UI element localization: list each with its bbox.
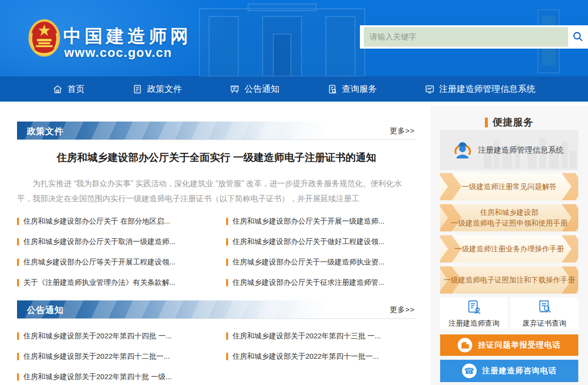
policy-more-link[interactable]: 更多>> [390,126,415,136]
document-magnifier-icon [537,299,552,317]
featured-article-summary: 为扎实推进 “我为群众办实事” 实践活动，深化建筑业 “放管服” 改革，进一步提… [17,176,416,207]
policy-list-item[interactable]: 住房城乡建设部办公厅等关于开展工程建设领... [17,257,208,267]
registration-system-card[interactable]: 注册建造师管理信息系统 [440,130,578,170]
sidebar-title: 便捷服务 [430,116,588,129]
notice-section-title: 公告通知 [27,304,64,316]
policy-list-item[interactable]: 住房和城乡建设部办公厅关于做好工程建设领... [226,236,417,247]
orange-marker [226,259,228,266]
document-person-icon [466,299,482,317]
policy-list-item[interactable]: 住房和城乡建设部办公厅关于开展一级建造师... [226,216,417,227]
site-header: 中国建造师网 www.coc.gov.cn [0,0,588,76]
site-url: www.coc.gov.cn [64,45,172,60]
policy-list-item[interactable]: 住房和城乡建设部办公厅关于取消一级建造师... [17,236,208,247]
background-building-image [190,0,374,76]
nav-item-policy[interactable]: 政策文件 [132,83,182,95]
nav-label: 首页 [67,83,85,95]
orange-marker [17,353,19,360]
search-button[interactable] [568,25,588,49]
search-input[interactable] [364,27,568,47]
orange-title-bar [485,118,488,127]
sidebar-banner-elicense-manual[interactable]: 住房和城乡建设部 一级建造师电子证照申领和使用手册 [440,204,578,231]
notice-list-item[interactable]: 住房和城乡建设部关于2022年第四十四批 一... [17,331,208,341]
page: 中国建造师网 www.coc.gov.cn 首页 [0,0,588,385]
notice-more-link[interactable]: 更多>> [390,305,415,315]
orange-marker [17,218,19,225]
policy-section-title: 政策文件 [27,125,64,137]
policy-list-item[interactable]: 关于《注册建造师执业管理办法》有关条款解... [17,277,208,288]
orange-marker [17,259,19,266]
orange-marker [17,373,19,381]
report-hotline-banner[interactable]: 挂证问题举报受理电话 [440,334,578,356]
sidebar-banner-faq[interactable]: 一级建造师注册常见问题解答 [440,173,578,200]
document-icon [132,84,143,94]
notice-news-list: 住房和城乡建设部关于2022年第四十四批 一... 住房和城乡建设部关于2022… [17,331,417,382]
orange-marker [17,238,19,245]
constructor-query-card[interactable]: 注册建造师查询 [440,298,508,330]
nav-label: 政策文件 [147,83,182,95]
nav-label: 公告通知 [244,83,279,95]
featured-article-headline[interactable]: 住房和城乡建设部办公厅关于全面实行 一级建造师电子注册证书的通知 [17,151,416,164]
discarded-certificate-query-card[interactable]: 废弃证书查询 [511,298,578,330]
consult-hotline-banner[interactable]: ☎ 注册建造师咨询电话 [440,360,578,382]
folder-icon [458,338,472,352]
orange-marker [226,238,228,245]
orange-marker [226,353,228,360]
quick-services-sidebar: 便捷服务 注册建造师管理信息系统 一级建造师注册常见问题解答 住房和城乡建设部 [430,106,588,385]
nav-item-registration-system[interactable]: 注册建造师管理信息系统 [425,83,535,95]
national-emblem-logo [28,18,60,59]
policy-list-item[interactable]: 住房城乡建设部办公厅关于一级建造师执业资... [226,257,417,267]
notice-list-item[interactable]: 住房和城乡建设部关于2022年第四十二批一... [17,351,208,362]
nav-item-home[interactable]: 首页 [53,83,85,95]
constructor-badge-icon [453,140,472,160]
orange-marker [17,279,19,286]
policy-section-header: 政策文件 更多>> [17,122,416,140]
home-icon [53,84,63,94]
orange-marker [226,332,228,340]
notice-list-item[interactable]: 住房和城乡建设部关于2022年第四十一批一... [226,351,417,362]
notice-board-icon [230,84,240,94]
nav-label: 注册建造师管理信息系统 [439,83,535,95]
chart-window-icon [425,84,435,94]
search-icon [572,31,584,44]
notice-section-header: 公告通知 更多>> [17,300,416,319]
orange-marker [17,332,19,340]
query-doc-icon [327,84,338,94]
orange-marker [226,218,228,225]
policy-list-item[interactable]: 住房和城乡建设部办公厅关于 在部分地区启... [17,216,208,227]
orange-marker [226,279,228,286]
sidebar-banner-download-manual[interactable]: 一级建造师电子证照加注和下载操作手册 [440,266,578,294]
nav-item-notice[interactable]: 公告通知 [230,83,279,95]
sidebar-banner-registration-manual[interactable]: 一级建造师注册业务办理操作手册 [440,235,578,262]
nav-label: 查询服务 [342,83,377,95]
nav-item-query[interactable]: 查询服务 [327,83,377,95]
search-box [360,25,588,49]
telephone-icon: ☎ [462,364,477,378]
notice-list-item[interactable]: 住房和城乡建设部关于2022年第四十批 一级... [17,371,208,382]
policy-list-item[interactable]: 住房城乡建设部办公厅关于征求注册建造师管... [226,277,417,288]
main-navigation: 首页 政策文件 公告通知 查询服务 [0,76,588,102]
notice-list-item[interactable]: 住房和城乡建设部关于2022年第四十三批 一... [226,331,417,341]
policy-news-list: 住房和城乡建设部办公厅关于 在部分地区启... 住房和城乡建设部办公厅关于开展一… [17,216,417,288]
